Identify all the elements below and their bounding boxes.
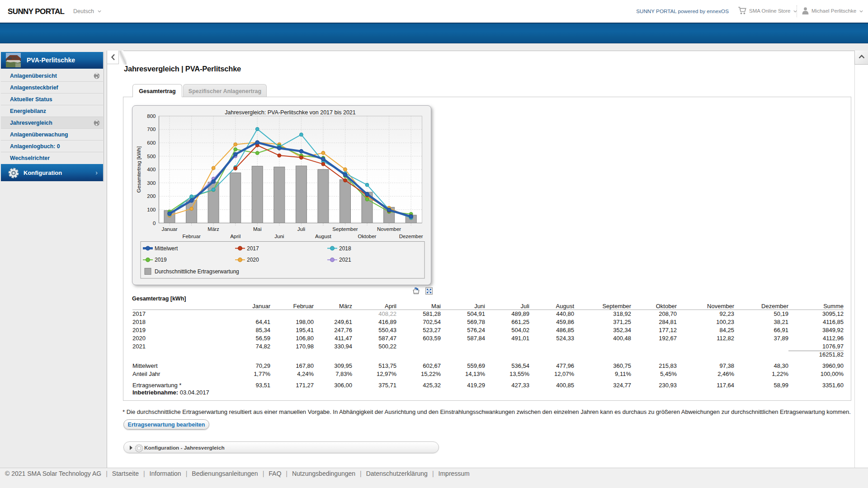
svg-text:200: 200 <box>147 193 156 199</box>
svg-text:300: 300 <box>147 180 156 186</box>
svg-text:Gesamtertrag [kWh]: Gesamtertrag [kWh] <box>136 146 142 193</box>
svg-text:September: September <box>332 226 358 232</box>
svg-text:2019: 2019 <box>155 257 167 263</box>
svg-text:August: August <box>315 234 332 239</box>
svg-text:2018: 2018 <box>339 245 351 252</box>
svg-text:März: März <box>208 226 219 232</box>
svg-text:2020: 2020 <box>247 257 259 263</box>
svg-text:Februar: Februar <box>182 234 200 239</box>
svg-text:800: 800 <box>147 113 156 119</box>
svg-text:700: 700 <box>147 127 156 132</box>
svg-text:500: 500 <box>147 154 156 159</box>
svg-text:April: April <box>230 234 241 239</box>
svg-text:Jahresvergleich: PVA-Perlitsch: Jahresvergleich: PVA-Perlitschke von 201… <box>225 109 356 116</box>
svg-text:Mai: Mai <box>253 226 262 232</box>
svg-text:Dezember: Dezember <box>399 234 423 239</box>
svg-text:Oktober: Oktober <box>358 234 377 239</box>
svg-text:400: 400 <box>147 167 156 172</box>
svg-text:Juni: Juni <box>274 234 284 239</box>
svg-text:Mittelwert: Mittelwert <box>155 245 178 252</box>
svg-text:2021: 2021 <box>339 257 351 263</box>
svg-text:0: 0 <box>153 221 156 226</box>
svg-text:100: 100 <box>147 207 156 212</box>
svg-text:Juli: Juli <box>297 226 305 232</box>
svg-text:Januar: Januar <box>161 226 177 232</box>
svg-text:2017: 2017 <box>247 245 259 252</box>
svg-text:600: 600 <box>147 140 156 145</box>
svg-text:November: November <box>377 226 401 232</box>
svg-text:Durchschnittliche Ertragserwar: Durchschnittliche Ertragserwartung <box>155 268 239 275</box>
